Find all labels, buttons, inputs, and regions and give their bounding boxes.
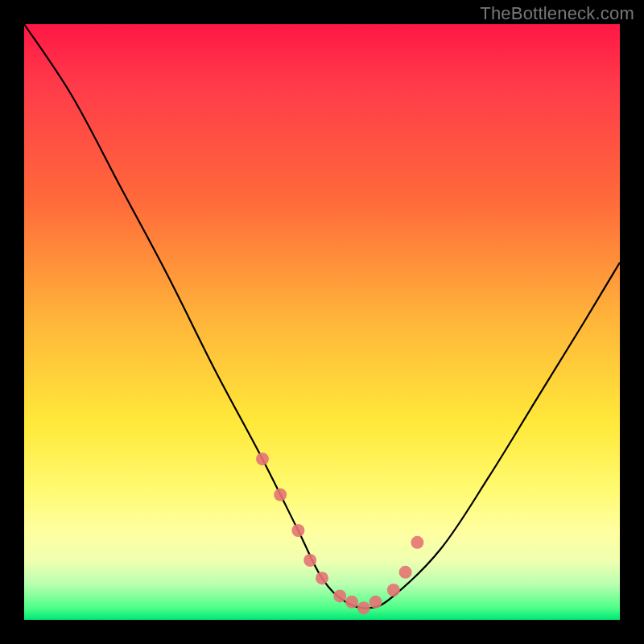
marker-group [256,452,423,614]
marker-dot [357,601,370,614]
marker-dot [345,596,358,609]
plot-area [24,24,620,620]
marker-dot [316,572,328,584]
marker-dot [256,452,269,465]
marker-dot [333,589,346,602]
marker-dot [369,596,382,609]
marker-dot [274,489,287,502]
marker-dot [291,524,304,537]
marker-dot [303,554,316,567]
marker-dot [411,536,423,549]
watermark-text: TheBottleneck.com [480,3,634,24]
bottleneck-curve [24,24,620,609]
marker-dot [387,584,400,597]
marker-dot [399,566,412,579]
chart-svg [24,24,620,620]
chart-frame: TheBottleneck.com [0,0,644,644]
